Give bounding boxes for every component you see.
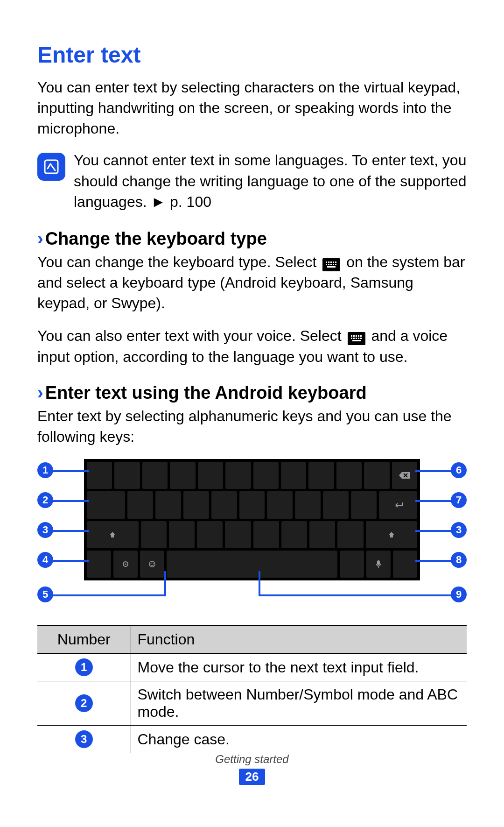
svg-rect-10: [333, 264, 334, 265]
section1-p2a: You can also enter text with your voice.…: [37, 327, 346, 344]
svg-rect-7: [326, 264, 327, 265]
footer-page-number: 26: [239, 769, 266, 785]
callout-1: 1: [37, 462, 53, 478]
subhead-android-keyboard-text: Enter text using the Android keyboard: [45, 383, 367, 403]
svg-rect-15: [353, 335, 355, 337]
function-table: Number Function 1 Move the cursor to the…: [37, 625, 467, 753]
svg-rect-5: [333, 262, 334, 263]
row-function: Move the cursor to the next text input f…: [131, 653, 467, 681]
keyboard-graphic: [84, 459, 420, 580]
svg-rect-19: [351, 338, 352, 339]
page-footer: Getting started 26: [0, 753, 504, 785]
svg-point-28: [151, 563, 152, 564]
subhead-change-keyboard: ›Change the keyboard type: [37, 229, 467, 249]
svg-rect-14: [351, 335, 352, 337]
enter-key-icon: [379, 491, 417, 518]
section1-p1a: You can change the keyboard type. Select: [37, 254, 321, 270]
page-title: Enter text: [37, 42, 467, 68]
table-row: 3 Change case.: [37, 726, 467, 753]
svg-rect-20: [353, 338, 355, 339]
svg-rect-6: [335, 262, 336, 263]
keyboard-illustration: 1 2 3 4 5 6 7 3 8 9: [37, 459, 467, 613]
svg-rect-2: [326, 262, 327, 263]
svg-rect-21: [356, 338, 357, 339]
chevron-icon: ›: [37, 229, 43, 248]
callout-4: 4: [37, 552, 53, 568]
table-head-function: Function: [131, 626, 467, 653]
svg-rect-24: [352, 340, 361, 341]
keyboard-icon: [348, 332, 365, 345]
section1-p2: You can also enter text with your voice.…: [37, 325, 467, 367]
subhead-android-keyboard: ›Enter text using the Android keyboard: [37, 383, 467, 403]
svg-rect-23: [360, 338, 362, 339]
subhead-change-keyboard-text: Change the keyboard type: [45, 229, 267, 248]
note-box: You cannot enter text in some languages.…: [37, 150, 467, 212]
svg-rect-0: [45, 160, 58, 173]
footer-chapter: Getting started: [0, 753, 504, 766]
svg-rect-17: [358, 335, 359, 337]
section2-p1: Enter text by selecting alphanumeric key…: [37, 406, 467, 447]
row-function: Switch between Number/Symbol mode and AB…: [131, 681, 467, 726]
svg-point-26: [125, 563, 126, 565]
svg-rect-22: [358, 338, 359, 339]
note-text: You cannot enter text in some languages.…: [74, 150, 467, 212]
svg-rect-30: [377, 560, 380, 565]
svg-rect-11: [335, 264, 336, 265]
callout-6: 6: [451, 462, 467, 478]
manual-page: Enter text You can enter text by selecti…: [0, 0, 504, 827]
callout-9: 9: [451, 587, 467, 602]
row-function: Change case.: [131, 726, 467, 753]
callout-3: 3: [37, 522, 53, 538]
table-head-number: Number: [37, 626, 131, 653]
svg-rect-16: [356, 335, 357, 337]
table-row: 1 Move the cursor to the next text input…: [37, 653, 467, 681]
section1-p1: You can change the keyboard type. Select…: [37, 252, 467, 313]
intro-paragraph: You can enter text by selecting characte…: [37, 77, 467, 139]
svg-rect-8: [328, 264, 329, 265]
callout-8: 8: [451, 552, 467, 568]
svg-point-29: [153, 563, 154, 564]
callout-2: 2: [37, 492, 53, 508]
svg-rect-9: [330, 264, 332, 265]
settings-key-icon: [113, 551, 138, 578]
svg-rect-18: [360, 335, 362, 337]
keyboard-icon: [322, 258, 340, 271]
svg-rect-4: [330, 262, 332, 263]
emoji-key-icon: [140, 551, 164, 578]
chevron-icon: ›: [37, 383, 43, 403]
row-number-badge: 1: [75, 658, 93, 676]
note-icon: [37, 153, 65, 181]
table-row: 2 Switch between Number/Symbol mode and …: [37, 681, 467, 726]
shift-key-icon: [366, 521, 418, 548]
row-number-badge: 3: [75, 730, 93, 748]
callout-7: 7: [451, 492, 467, 508]
shift-key-icon: [87, 521, 139, 548]
row-number-badge: 2: [75, 694, 93, 712]
backspace-key-icon: [392, 462, 417, 489]
svg-rect-12: [327, 266, 336, 268]
mic-key-icon: [366, 551, 391, 578]
svg-rect-3: [328, 262, 329, 263]
callout-5: 5: [37, 587, 53, 602]
callout-3r: 3: [451, 522, 467, 538]
